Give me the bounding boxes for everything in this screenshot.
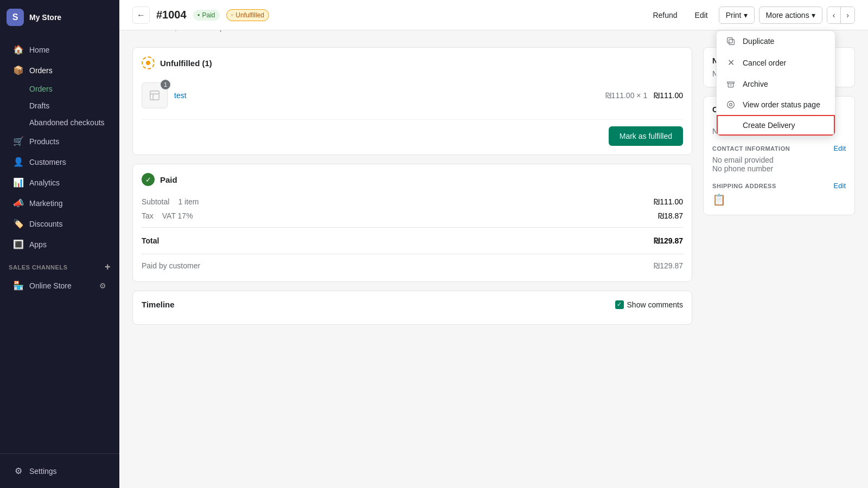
topbar: ← #1004 Paid Unfulfilled Refund Edit Pri… xyxy=(119,0,868,30)
svg-rect-5 xyxy=(150,91,159,100)
sidebar-item-analytics[interactable]: 📊 Analytics xyxy=(4,172,115,192)
sidebar-item-online-store-label: Online Store xyxy=(29,281,72,290)
view-status-icon xyxy=(725,100,736,109)
item-image: 1 xyxy=(142,82,168,108)
refund-button[interactable]: Refund xyxy=(646,7,684,24)
dropdown-item-duplicate[interactable]: Duplicate xyxy=(717,31,835,52)
add-sales-channel-button[interactable]: + xyxy=(105,261,111,273)
sidebar-item-products-label: Products xyxy=(29,137,59,146)
dropdown-item-archive[interactable]: Archive xyxy=(717,74,835,94)
no-phone: No phone number xyxy=(712,164,846,173)
timeline-header: Timeline ✓ Show comments xyxy=(142,300,683,309)
payment-card: ✓ Paid Subtotal 1 item ₪111.00 Tax VAT 1… xyxy=(132,164,692,282)
archive-icon xyxy=(725,80,736,88)
online-store-icon: 🏪 xyxy=(13,280,24,291)
print-button[interactable]: Print ▾ xyxy=(719,7,755,24)
payment-header: ✓ Paid xyxy=(142,173,683,186)
shipping-section: SHIPPING ADDRESS Edit 📋 xyxy=(712,182,846,206)
more-actions-button[interactable]: More actions ▾ xyxy=(759,7,822,24)
item-quantity-badge: 1 xyxy=(161,80,170,89)
online-store-settings-icon[interactable]: ⚙ xyxy=(99,281,106,290)
item-price-detail: ₪111.00 × 1 xyxy=(605,91,648,100)
shipping-title: SHIPPING ADDRESS Edit xyxy=(712,182,846,190)
dropdown-item-view-status[interactable]: View order status page xyxy=(717,94,835,115)
topbar-actions: Refund Edit Print ▾ More actions ▾ ‹ › xyxy=(646,7,855,24)
tax-amount: ₪18.87 xyxy=(658,211,683,220)
main-content: ← #1004 Paid Unfulfilled Refund Edit Pri… xyxy=(119,0,868,488)
payment-title: Paid xyxy=(160,175,177,184)
contact-title: CONTACT INFORMATION Edit xyxy=(712,144,846,152)
mark-fulfilled-row: Mark as fulfilled xyxy=(142,119,683,146)
more-actions-chevron-icon: ▾ xyxy=(812,11,815,20)
unfulfilled-icon xyxy=(142,56,155,69)
settings-icon: ⚙ xyxy=(13,466,24,476)
store-logo: S xyxy=(7,9,24,26)
edit-button[interactable]: Edit xyxy=(688,7,714,24)
apps-icon: 🔳 xyxy=(13,239,24,249)
sidebar-item-apps[interactable]: 🔳 Apps xyxy=(4,234,115,254)
sidebar-subitem-drafts[interactable]: Drafts xyxy=(4,98,115,114)
show-comments-toggle[interactable]: ✓ Show comments xyxy=(615,300,683,309)
prev-order-button[interactable]: ‹ xyxy=(827,7,841,23)
back-button[interactable]: ← xyxy=(132,7,150,24)
dropdown-item-cancel[interactable]: ✕ Cancel order xyxy=(717,52,835,74)
next-order-button[interactable]: › xyxy=(841,7,854,23)
unfulfilled-title: Unfulfilled (1) xyxy=(160,59,212,68)
svg-point-4 xyxy=(730,104,732,106)
paid-icon: ✓ xyxy=(142,173,155,186)
duplicate-icon xyxy=(725,37,736,46)
cancel-icon: ✕ xyxy=(725,57,736,68)
timeline-title: Timeline xyxy=(142,300,175,309)
sidebar-item-marketing[interactable]: 📣 Marketing xyxy=(4,193,115,213)
mark-fulfilled-button[interactable]: Mark as fulfilled xyxy=(609,126,683,146)
order-item: 1 test ₪111.00 × 1 ₪111.00 xyxy=(142,78,683,113)
more-actions-dropdown: Duplicate ✕ Cancel order Archive View or… xyxy=(716,30,835,136)
no-email: No email provided xyxy=(712,156,846,164)
item-name[interactable]: test xyxy=(174,91,599,100)
sidebar-item-home[interactable]: 🏠 Home xyxy=(4,40,115,60)
sidebar-item-discounts[interactable]: 🏷️ Discounts xyxy=(4,214,115,234)
dropdown-cancel-label: Cancel order xyxy=(743,59,786,67)
sidebar-item-customers-label: Customers xyxy=(29,158,66,166)
tax-row: Tax VAT 17% ₪18.87 xyxy=(142,209,683,223)
show-comments-label: Show comments xyxy=(627,300,683,309)
order-number: #1004 xyxy=(156,9,187,21)
dropdown-archive-label: Archive xyxy=(743,80,768,88)
orders-icon: 📦 xyxy=(13,65,24,75)
sidebar-item-settings-label: Settings xyxy=(29,467,57,476)
sidebar-item-customers[interactable]: 👤 Customers xyxy=(4,152,115,172)
shipping-edit-button[interactable]: Edit xyxy=(834,182,846,190)
sidebar-footer: ⚙ Settings xyxy=(0,453,119,488)
main-column: Unfulfilled (1) 1 test ₪111.00 × 1 ₪111.… xyxy=(132,47,692,475)
paid-by-row: Paid by customer ₪129.87 xyxy=(142,259,683,273)
analytics-icon: 📊 xyxy=(13,177,24,188)
sidebar-subitem-abandoned[interactable]: Abandoned checkouts xyxy=(4,114,115,131)
sidebar-item-products[interactable]: 🛒 Products xyxy=(4,131,115,151)
paid-by-label: Paid by customer xyxy=(142,261,200,270)
dropdown-create-delivery-label: Create Delivery xyxy=(743,121,795,130)
sidebar-item-home-label: Home xyxy=(29,46,49,54)
dropdown-item-create-delivery[interactable]: Create Delivery xyxy=(717,115,835,136)
sidebar: S My Store 🏠 Home 📦 Orders Orders Drafts… xyxy=(0,0,119,488)
sidebar-item-settings[interactable]: ⚙ Settings xyxy=(4,461,115,481)
subtotal-items: 1 item xyxy=(178,197,654,206)
sidebar-item-analytics-label: Analytics xyxy=(29,178,60,187)
dropdown-duplicate-label: Duplicate xyxy=(743,37,774,46)
sales-channels-label: SALES CHANNELS + xyxy=(0,255,119,275)
total-label: Total xyxy=(142,236,159,245)
sidebar-item-online-store[interactable]: 🏪 Online Store ⚙ xyxy=(4,275,115,296)
unfulfilled-header: Unfulfilled (1) xyxy=(142,56,683,69)
show-comments-checkbox[interactable]: ✓ xyxy=(615,300,624,309)
contact-edit-button[interactable]: Edit xyxy=(834,144,846,152)
home-icon: 🏠 xyxy=(13,44,24,55)
sidebar-item-marketing-label: Marketing xyxy=(29,199,62,208)
sidebar-subitem-orders[interactable]: Orders xyxy=(4,81,115,97)
sidebar-item-orders[interactable]: 📦 Orders xyxy=(4,60,115,80)
tax-label: Tax xyxy=(142,211,154,220)
item-price: ₪111.00 xyxy=(654,91,683,100)
nav-arrows: ‹ › xyxy=(827,7,855,24)
unfulfilled-badge: Unfulfilled xyxy=(226,9,270,21)
svg-point-3 xyxy=(727,101,735,108)
paid-by-amount: ₪129.87 xyxy=(654,261,683,270)
tax-detail: VAT 17% xyxy=(162,211,658,220)
